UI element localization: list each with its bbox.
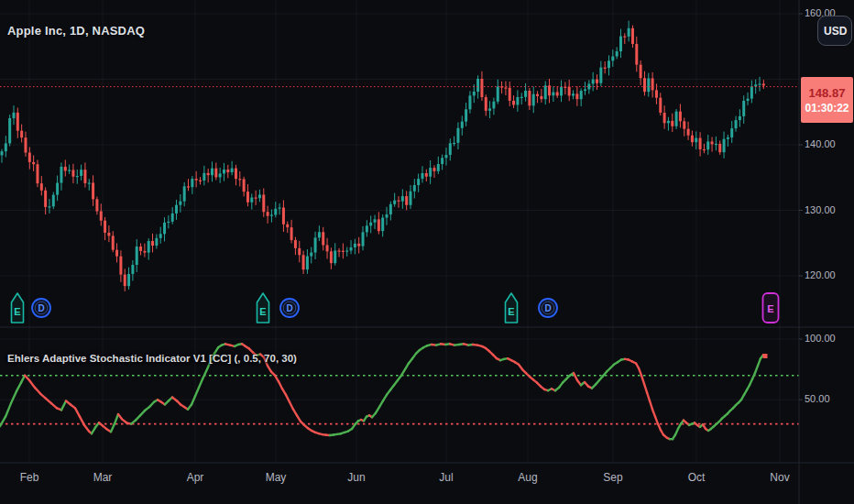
candle-body bbox=[695, 138, 697, 143]
bar-countdown: 01:30:22 bbox=[801, 101, 853, 115]
candle-body bbox=[80, 170, 82, 176]
candle-body bbox=[604, 68, 607, 69]
oscillator-segment bbox=[75, 408, 80, 416]
chart-canvas[interactable]: EDEDEDE bbox=[0, 0, 854, 504]
candle-body bbox=[611, 57, 614, 61]
candle-body bbox=[480, 79, 483, 97]
candle-body bbox=[718, 144, 721, 152]
candle-body bbox=[24, 137, 27, 152]
oscillator-segment bbox=[290, 402, 293, 410]
candle-body bbox=[468, 95, 471, 109]
time-axis-label-jul: Jul bbox=[428, 471, 465, 484]
candle-body bbox=[449, 143, 452, 155]
candle-body bbox=[679, 112, 682, 122]
candle-body bbox=[413, 185, 416, 192]
candle-body bbox=[56, 183, 59, 195]
candle-body bbox=[290, 227, 293, 240]
candle-body bbox=[151, 241, 154, 246]
candle-body bbox=[461, 122, 464, 128]
candle-body bbox=[640, 65, 642, 79]
oscillator-segment bbox=[195, 388, 199, 396]
candle-body bbox=[238, 179, 241, 180]
candle-body bbox=[88, 182, 91, 183]
candle-body bbox=[199, 181, 202, 181]
candle-body bbox=[421, 173, 423, 179]
symbol-title[interactable]: Apple Inc, 1D, NASDAQ bbox=[7, 24, 145, 38]
candle-body bbox=[64, 167, 67, 171]
time-axis-label-apr: Apr bbox=[177, 471, 214, 484]
candle-body bbox=[282, 208, 285, 225]
candle-body bbox=[643, 78, 646, 92]
indicator-legend[interactable]: Ehlers Adaptive Stochastic Indicator V1 … bbox=[7, 353, 297, 364]
candle-body bbox=[378, 219, 380, 231]
candle-body bbox=[599, 68, 602, 83]
oscillator-segment bbox=[80, 417, 84, 425]
candle-body bbox=[488, 108, 491, 111]
candle-body bbox=[179, 202, 181, 205]
candle-body bbox=[552, 93, 554, 96]
candle-body bbox=[12, 113, 15, 118]
candle-body bbox=[628, 28, 630, 37]
time-axis-label-oct: Oct bbox=[678, 471, 715, 484]
time-axis[interactable]: FebMarAprMayJunJulAugSepOctNov bbox=[0, 463, 854, 504]
chart-root: EDEDEDE 160.00140.00130.00120.00100.0050… bbox=[0, 0, 854, 504]
candle-body bbox=[556, 93, 559, 96]
candle-body bbox=[497, 86, 499, 101]
candle-body bbox=[683, 121, 685, 128]
candle-body bbox=[279, 208, 281, 209]
candle-body bbox=[369, 223, 372, 226]
candle-body bbox=[52, 195, 55, 207]
candle-body bbox=[115, 250, 118, 257]
candle-body bbox=[354, 244, 356, 247]
oscillator-segment bbox=[192, 396, 195, 404]
candle-body bbox=[131, 265, 134, 274]
candle-body bbox=[310, 253, 312, 257]
candle-body bbox=[167, 222, 170, 223]
candle-body bbox=[699, 138, 702, 149]
candle-body bbox=[28, 152, 31, 161]
oscillator-segment bbox=[11, 391, 16, 403]
candle-body bbox=[243, 179, 246, 192]
candle-body bbox=[675, 112, 678, 126]
candle-body bbox=[5, 143, 7, 151]
price-axis-label: 120.00 bbox=[805, 269, 836, 280]
oscillator-segment bbox=[286, 395, 290, 402]
candle-body bbox=[175, 205, 178, 214]
candle-body bbox=[540, 96, 542, 99]
candle-body bbox=[453, 143, 455, 144]
candle-body bbox=[667, 121, 670, 123]
candle-body bbox=[95, 199, 98, 211]
candle-body bbox=[306, 257, 309, 270]
candle-body bbox=[195, 179, 198, 181]
candle-body bbox=[183, 186, 186, 201]
candle-body bbox=[425, 173, 428, 177]
time-axis-label-may: May bbox=[257, 471, 294, 484]
candle-body bbox=[357, 244, 360, 247]
oscillator-segment bbox=[655, 417, 658, 424]
candle-body bbox=[219, 173, 222, 177]
candle-body bbox=[619, 37, 622, 52]
candle-body bbox=[520, 97, 523, 98]
price-axis-label: 130.00 bbox=[805, 204, 836, 215]
currency-toggle-button[interactable]: USD bbox=[817, 16, 852, 46]
candle-body bbox=[119, 257, 122, 275]
candle-body bbox=[441, 158, 443, 164]
candle-body bbox=[730, 128, 733, 137]
candle-body bbox=[362, 232, 365, 246]
oscillator-segment bbox=[35, 388, 40, 394]
oscillator-segment bbox=[644, 384, 647, 392]
candle-body bbox=[715, 144, 717, 145]
candle-body bbox=[171, 214, 174, 222]
candle-body bbox=[104, 221, 106, 233]
candle-body bbox=[580, 91, 583, 99]
candle-body bbox=[60, 167, 62, 183]
dividend-marker-letter: D bbox=[544, 303, 551, 313]
candle-body bbox=[381, 218, 384, 232]
oscillator-axis-label: 50.00 bbox=[805, 393, 830, 404]
candle-body bbox=[366, 225, 368, 232]
candle-body bbox=[663, 113, 666, 123]
candle-body bbox=[473, 92, 476, 95]
price-axis[interactable]: 160.00140.00130.00120.00100.0050.00 bbox=[799, 0, 854, 463]
oscillator-segment bbox=[641, 376, 644, 384]
candle-body bbox=[374, 219, 377, 222]
